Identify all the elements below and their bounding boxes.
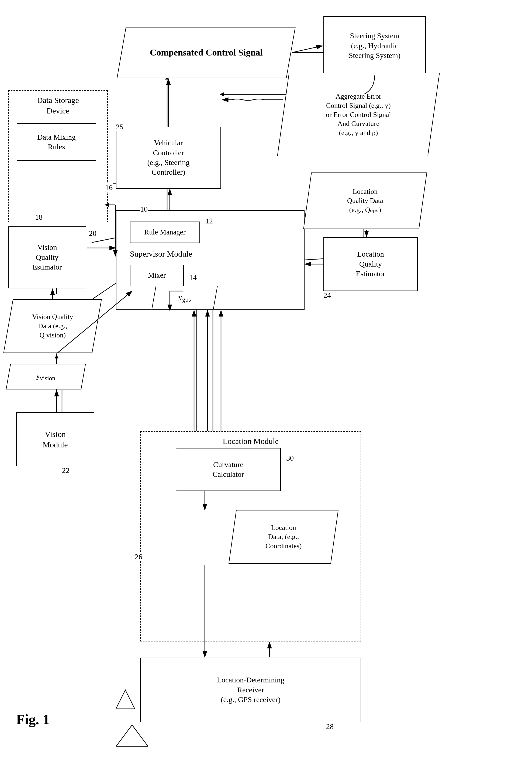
svg-marker-35	[116, 725, 148, 747]
label-22: 22	[62, 466, 69, 475]
mixer-box: Mixer	[130, 265, 184, 286]
aggregate-error-box: Aggregate Error Control Signal (e.g., y)…	[277, 73, 440, 156]
label-20: 20	[89, 229, 96, 238]
svg-marker-5	[220, 92, 224, 96]
location-quality-data-box: Location Quality Data (e.g., Qₑₚₛ)	[303, 172, 427, 229]
label-14: 14	[189, 273, 197, 282]
label-10: 10	[140, 205, 148, 213]
vehicular-controller-box: Vehicular Controller (e.g., Steering Con…	[116, 127, 221, 189]
svg-marker-24	[55, 354, 58, 359]
compensated-control-signal-box: Compensated Control Signal	[117, 27, 296, 78]
data-storage-device-box: Data Storage Device Data Mixing Rules	[8, 90, 108, 222]
label-24: 24	[323, 291, 331, 300]
svg-line-37	[292, 46, 322, 53]
curvature-calculator-box: Curvature Calculator	[176, 448, 281, 491]
svg-marker-33	[116, 690, 135, 709]
y-vision-box: yvision	[6, 364, 86, 389]
vision-module-box: Vision Module	[16, 412, 94, 466]
vision-quality-data-box: Vision Quality Data (e.g., Q vision)	[3, 299, 102, 353]
label-25: 25	[116, 123, 123, 131]
location-module-box: Location Module Curvature Calculator 30 …	[140, 431, 361, 641]
data-mixing-rules-box: Data Mixing Rules	[17, 123, 96, 161]
location-data-box: Location Data, (e.g., Coordinates)	[229, 510, 339, 564]
antenna-icon	[116, 725, 148, 747]
diagram-container: Compensated Control Signal Steering Syst…	[0, 0, 532, 763]
rule-manager-box: Rule Manager	[130, 222, 200, 243]
label-18: 18	[35, 213, 43, 222]
vision-quality-estimator-box: Vision Quality Estimator	[8, 226, 86, 288]
label-26: 26	[135, 553, 142, 561]
label-28: 28	[326, 722, 334, 731]
location-determining-receiver-box: Location-Determining Receiver (e.g., GPS…	[140, 658, 361, 722]
y-gps-box: ygps	[152, 286, 218, 310]
steering-system-box: Steering System (e.g., Hydraulic Steerin…	[323, 16, 426, 75]
label-12: 12	[205, 216, 213, 226]
location-quality-estimator-box: Location Quality Estimator	[323, 237, 418, 291]
label-16: 16	[105, 183, 113, 192]
label-30: 30	[286, 453, 294, 463]
figure-label: Fig. 1	[16, 711, 50, 727]
